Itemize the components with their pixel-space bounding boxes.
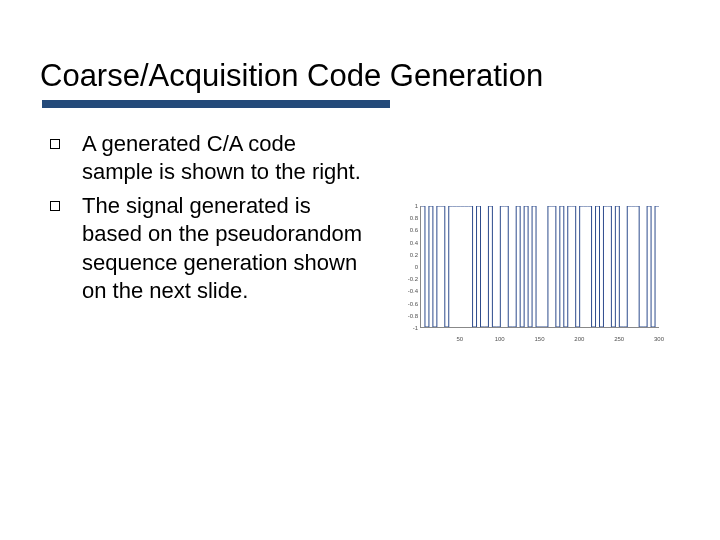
title-underline: [42, 100, 390, 108]
slide-body: A generated C/A code sample is shown to …: [40, 130, 680, 342]
y-tick-label: 0.4: [396, 240, 418, 246]
slide-title: Coarse/Acquisition Code Generation: [40, 58, 680, 94]
y-tick-label: -0.8: [396, 313, 418, 319]
bullet-marker-icon: [50, 201, 60, 211]
y-tick-label: 0.6: [396, 227, 418, 233]
bullet-item: A generated C/A code sample is shown to …: [50, 130, 370, 186]
y-tick-label: -0.4: [396, 288, 418, 294]
x-tick-label: 250: [614, 336, 624, 342]
slide: Coarse/Acquisition Code Generation A gen…: [0, 0, 720, 540]
text-column: A generated C/A code sample is shown to …: [40, 130, 370, 311]
bullet-text: The signal generated is based on the pse…: [82, 192, 370, 305]
x-tick-label: 300: [654, 336, 664, 342]
y-tick-label: 0.8: [396, 215, 418, 221]
y-tick-label: 1: [396, 203, 418, 209]
chart-column: 10.80.60.40.20-0.2-0.4-0.6-0.8-1 5010015…: [396, 130, 680, 342]
bullet-marker-icon: [50, 139, 60, 149]
y-tick-label: 0.2: [396, 252, 418, 258]
y-tick-label: -0.6: [396, 301, 418, 307]
y-tick-label: 0: [396, 264, 418, 270]
bullet-text: A generated C/A code sample is shown to …: [82, 130, 370, 186]
ca-code-chart: 10.80.60.40.20-0.2-0.4-0.6-0.8-1 5010015…: [396, 202, 661, 342]
x-tick-label: 100: [495, 336, 505, 342]
y-tick-label: -1: [396, 325, 418, 331]
signal-line: [421, 206, 659, 327]
bullet-item: The signal generated is based on the pse…: [50, 192, 370, 305]
chart-plot-area: [420, 206, 659, 328]
x-tick-label: 150: [534, 336, 544, 342]
y-tick-label: -0.2: [396, 276, 418, 282]
x-tick-label: 50: [456, 336, 463, 342]
x-tick-label: 200: [574, 336, 584, 342]
